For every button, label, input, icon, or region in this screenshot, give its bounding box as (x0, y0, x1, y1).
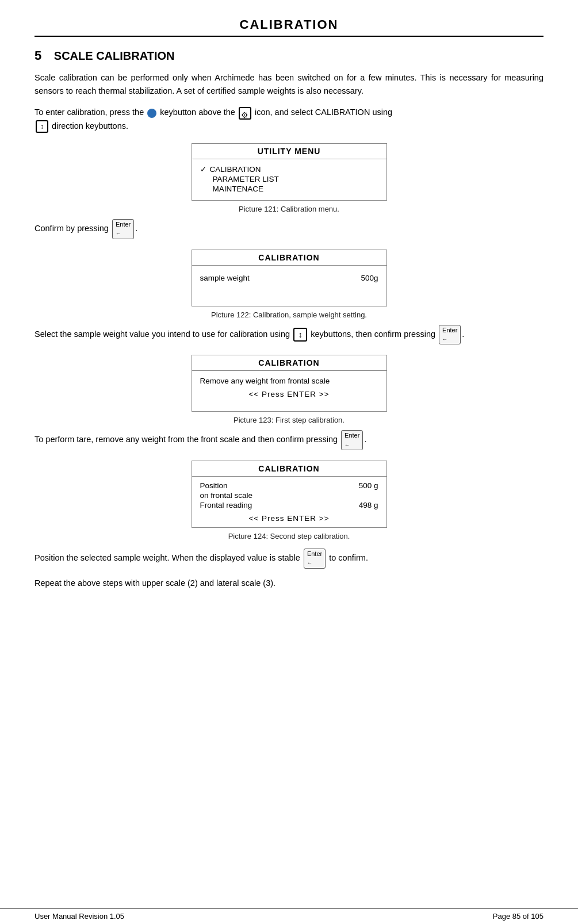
on-frontal-row: on frontal scale (200, 491, 378, 500)
enter-icon-position: Enter← (304, 549, 326, 569)
press-enter-text-123: << Press ENTER >> (200, 390, 378, 398)
figure-124: CALIBRATION Position 500 g on frontal sc… (35, 461, 543, 540)
footer: User Manual Revision 1.05 Page 85 of 105 (0, 908, 578, 924)
confirm-paragraph: Confirm by pressing Enter←. (35, 219, 543, 239)
enter-icon-select: Enter← (439, 325, 461, 345)
tare-prefix: To perform tare, remove any weight from … (35, 435, 338, 444)
screen-123: CALIBRATION Remove any weight from front… (192, 355, 387, 412)
screen-123-body: Remove any weight from frontal scale << … (192, 371, 386, 411)
tare-paragraph: To perform tare, remove any weight from … (35, 430, 543, 450)
screen-122: CALIBRATION sample weight 500g (192, 250, 387, 306)
position-paragraph: Position the selected sample weight. Whe… (35, 549, 543, 569)
p2-suffix: icon, and select CALIBRATION using (255, 108, 392, 117)
section-number: 5 (35, 48, 41, 63)
screen-121-body: ✓ CALIBRATION PARAMETER LIST MAINTENACE (192, 159, 386, 200)
select-paragraph: Select the sample weight value you inten… (35, 325, 543, 345)
screen-122-title: CALIBRATION (192, 250, 386, 266)
figure-122: CALIBRATION sample weight 500g Picture 1… (35, 250, 543, 319)
on-frontal-label: on frontal scale (200, 491, 253, 500)
frontal-reading-row: Frontal reading 498 g (200, 501, 378, 509)
section-title: 5 SCALE CALIBRATION (35, 48, 543, 63)
figure-123: CALIBRATION Remove any weight from front… (35, 355, 543, 424)
screen-122-body: sample weight 500g (192, 266, 386, 306)
section-name: SCALE CALIBRATION (54, 49, 175, 62)
position-row: Position 500 g (200, 481, 378, 490)
screen-124-title: CALIBRATION (192, 461, 386, 477)
arrows-icon: ↕ (36, 120, 48, 133)
menu-item-calibration-label: CALIBRATION (210, 165, 261, 174)
frontal-reading-value: 498 g (359, 501, 378, 509)
page-header: CALIBRATION (35, 17, 543, 32)
remove-weight-text: Remove any weight from frontal scale (200, 377, 378, 385)
screen-121-title: UTILITY MENU (192, 144, 386, 159)
p2-direction: direction keybuttons. (52, 121, 128, 131)
press-enter-text-124: << Press ENTER >> (200, 514, 378, 523)
frontal-reading-label: Frontal reading (200, 501, 252, 509)
menu-item-maintenance: MAINTENACE (200, 185, 378, 193)
menu-item-calibration: ✓ CALIBRATION (200, 165, 378, 174)
p2-prefix: To enter calibration, press the (35, 108, 144, 117)
paragraph-2: To enter calibration, press the keybutto… (35, 106, 543, 132)
caption-121: Picture 121: Calibration menu. (239, 205, 339, 213)
p2-key: keybutton above the (160, 108, 235, 117)
repeat-paragraph: Repeat the above steps with upper scale … (35, 577, 543, 590)
sample-weight-row: sample weight 500g (200, 271, 378, 285)
position-suffix: to confirm. (329, 553, 368, 562)
caption-123: Picture 123: First step calibration. (234, 416, 344, 424)
sample-weight-value: 500g (361, 274, 378, 282)
position-value: 500 g (359, 481, 378, 490)
screen-124: CALIBRATION Position 500 g on frontal sc… (192, 461, 387, 528)
footer-right: Page 85 of 105 (493, 912, 543, 921)
figure-121: UTILITY MENU ✓ CALIBRATION PARAMETER LIS… (35, 143, 543, 213)
menu-item-maintenance-label: MAINTENACE (213, 185, 264, 193)
menu-item-parameter-label: PARAMETER LIST (213, 175, 279, 183)
confirm-prefix: Confirm by pressing (35, 224, 109, 233)
gear-icon (239, 107, 251, 120)
checkmark-icon: ✓ (200, 165, 206, 174)
position-prefix: Position the selected sample weight. Whe… (35, 553, 300, 562)
screen-124-body: Position 500 g on frontal scale Frontal … (192, 477, 386, 527)
enter-icon-tare: Enter← (341, 430, 363, 450)
screen-121: UTILITY MENU ✓ CALIBRATION PARAMETER LIS… (192, 143, 387, 201)
position-label: Position (200, 481, 228, 490)
header-divider (35, 36, 543, 37)
caption-122: Picture 122: Calibration, sample weight … (211, 310, 367, 319)
updown-icon: ↕ (293, 328, 307, 342)
select-suffix: keybuttons, then confirm pressing (311, 329, 435, 339)
select-prefix: Select the sample weight value you inten… (35, 329, 290, 339)
screen-123-title: CALIBRATION (192, 355, 386, 371)
sample-weight-label: sample weight (200, 274, 250, 282)
footer-left: User Manual Revision 1.05 (35, 912, 124, 921)
paragraph-1: Scale calibration can be performed only … (35, 71, 543, 98)
blue-dot-icon (147, 109, 156, 118)
caption-124: Picture 124: Second step calibration. (228, 532, 350, 540)
menu-item-parameter: PARAMETER LIST (200, 175, 378, 183)
enter-icon-confirm: Enter← (112, 219, 134, 239)
